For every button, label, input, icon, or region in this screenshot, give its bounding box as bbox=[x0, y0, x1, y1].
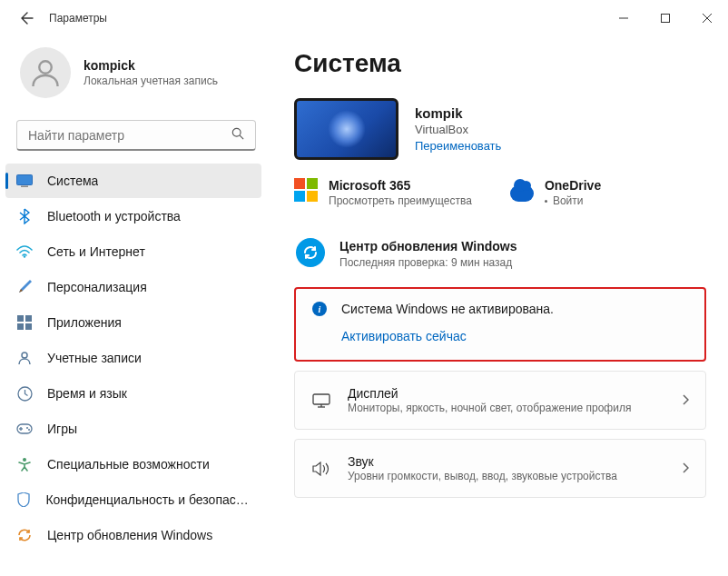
apps-icon bbox=[15, 313, 34, 333]
window-controls bbox=[603, 0, 728, 36]
windows-update-section[interactable]: Центр обновления Windows Последняя прове… bbox=[294, 238, 706, 269]
microsoft-icon bbox=[294, 178, 318, 202]
nav-bluetooth[interactable]: Bluetooth и устройства bbox=[5, 199, 261, 233]
speaker-icon bbox=[311, 459, 331, 479]
minimize-button[interactable] bbox=[603, 0, 644, 36]
profile-section[interactable]: kompick Локальная учетная запись bbox=[0, 40, 272, 114]
device-model: VirtualBox bbox=[415, 123, 501, 136]
nav-label: Конфиденциальность и безопасность bbox=[45, 492, 252, 507]
info-icon: i bbox=[312, 302, 327, 316]
svg-rect-12 bbox=[17, 323, 24, 330]
nav-time-language[interactable]: Время и язык bbox=[5, 376, 261, 411]
chevron-right-icon bbox=[682, 462, 689, 476]
profile-name: kompick bbox=[84, 58, 218, 73]
service-title: Microsoft 365 bbox=[329, 178, 472, 193]
search-box[interactable] bbox=[16, 120, 256, 151]
brush-icon bbox=[15, 277, 34, 297]
nav-windows-update[interactable]: Центр обновления Windows bbox=[5, 518, 261, 552]
service-subtitle: Просмотреть преимущества bbox=[329, 194, 472, 207]
display-icon bbox=[15, 171, 34, 191]
profile-subtitle: Локальная учетная запись bbox=[84, 74, 218, 87]
service-subtitle: Войти bbox=[545, 194, 601, 207]
nav-network[interactable]: Сеть и Интернет bbox=[5, 234, 261, 269]
titlebar: Параметры bbox=[0, 0, 728, 36]
rename-link[interactable]: Переименовать bbox=[415, 139, 501, 153]
nav-label: Специальные возможности bbox=[47, 457, 210, 472]
device-name: kompik bbox=[415, 105, 501, 121]
gamepad-icon bbox=[15, 419, 34, 439]
nav-accounts[interactable]: Учетные записи bbox=[5, 341, 261, 375]
svg-point-4 bbox=[39, 61, 52, 74]
update-icon bbox=[15, 525, 34, 545]
search-input[interactable] bbox=[28, 128, 231, 143]
nav-accessibility[interactable]: Специальные возможности bbox=[5, 447, 261, 482]
device-section: kompik VirtualBox Переименовать bbox=[294, 98, 706, 160]
nav-label: Игры bbox=[47, 422, 77, 436]
clock-globe-icon bbox=[15, 383, 34, 403]
minimize-icon bbox=[619, 14, 628, 23]
maximize-icon bbox=[661, 14, 670, 23]
nav-personalization[interactable]: Персонализация bbox=[5, 270, 261, 304]
activate-now-link[interactable]: Активировать сейчас bbox=[341, 329, 688, 343]
svg-point-20 bbox=[28, 429, 30, 431]
window-title: Параметры bbox=[49, 12, 107, 25]
nav-apps[interactable]: Приложения bbox=[5, 305, 261, 340]
nav-label: Время и язык bbox=[47, 386, 127, 401]
svg-point-14 bbox=[22, 353, 27, 358]
svg-point-5 bbox=[232, 128, 241, 136]
person-icon bbox=[29, 56, 62, 89]
nav-label: Сеть и Интернет bbox=[47, 244, 145, 259]
service-onedrive[interactable]: OneDrive Войти bbox=[510, 178, 601, 207]
svg-point-19 bbox=[26, 427, 28, 429]
nav-label: Персонализация bbox=[47, 280, 147, 294]
setting-title: Дисплей bbox=[348, 386, 682, 401]
shield-icon bbox=[15, 490, 33, 510]
svg-rect-7 bbox=[17, 175, 33, 185]
bluetooth-icon bbox=[15, 206, 34, 226]
close-icon bbox=[703, 14, 712, 23]
svg-rect-13 bbox=[25, 323, 32, 330]
nav-label: Учетные записи bbox=[47, 351, 142, 365]
svg-point-21 bbox=[23, 458, 26, 462]
service-title: OneDrive bbox=[545, 178, 601, 193]
service-m365[interactable]: Microsoft 365 Просмотреть преимущества bbox=[294, 178, 472, 207]
account-icon bbox=[15, 348, 34, 368]
monitor-icon bbox=[311, 391, 331, 411]
nav-label: Центр обновления Windows bbox=[47, 528, 212, 542]
svg-point-9 bbox=[24, 255, 25, 257]
services-row: Microsoft 365 Просмотреть преимущества O… bbox=[294, 178, 706, 207]
activation-message: Система Windows не активирована. bbox=[341, 302, 554, 316]
page-title: Система bbox=[294, 49, 706, 78]
nav-label: Приложения bbox=[47, 315, 122, 330]
avatar bbox=[20, 47, 71, 98]
update-title: Центр обновления Windows bbox=[339, 238, 517, 254]
back-button[interactable] bbox=[16, 7, 38, 29]
accessibility-icon bbox=[15, 454, 34, 474]
sidebar: kompick Локальная учетная запись Система… bbox=[0, 36, 272, 576]
arrow-left-icon bbox=[20, 11, 34, 25]
setting-subtitle: Уровни громкости, вывод, ввод, звуковые … bbox=[348, 470, 682, 482]
maximize-button[interactable] bbox=[644, 0, 686, 36]
setting-title: Звук bbox=[348, 454, 682, 469]
wifi-icon bbox=[15, 242, 34, 262]
device-thumbnail bbox=[294, 98, 398, 160]
nav-list: Система Bluetooth и устройства Сеть и Ин… bbox=[0, 164, 272, 552]
sync-icon bbox=[296, 238, 325, 267]
nav-label: Система bbox=[47, 174, 98, 188]
nav-privacy[interactable]: Конфиденциальность и безопасность bbox=[5, 482, 261, 517]
setting-sound[interactable]: Звук Уровни громкости, вывод, ввод, звук… bbox=[294, 439, 706, 498]
activation-card: i Система Windows не активирована. Актив… bbox=[294, 287, 706, 362]
nav-label: Bluetooth и устройства bbox=[47, 209, 181, 223]
setting-display[interactable]: Дисплей Мониторы, яркость, ночной свет, … bbox=[294, 371, 706, 430]
search-icon bbox=[231, 127, 244, 143]
svg-line-6 bbox=[240, 135, 243, 139]
close-button[interactable] bbox=[686, 0, 728, 36]
update-subtitle: Последняя проверка: 9 мин назад bbox=[339, 256, 517, 269]
nav-system[interactable]: Система bbox=[5, 164, 261, 198]
chevron-right-icon bbox=[682, 393, 689, 408]
svg-rect-11 bbox=[25, 315, 32, 322]
svg-rect-22 bbox=[313, 394, 330, 404]
onedrive-icon bbox=[510, 178, 534, 202]
setting-subtitle: Мониторы, яркость, ночной свет, отображе… bbox=[348, 402, 682, 414]
nav-gaming[interactable]: Игры bbox=[5, 412, 261, 446]
